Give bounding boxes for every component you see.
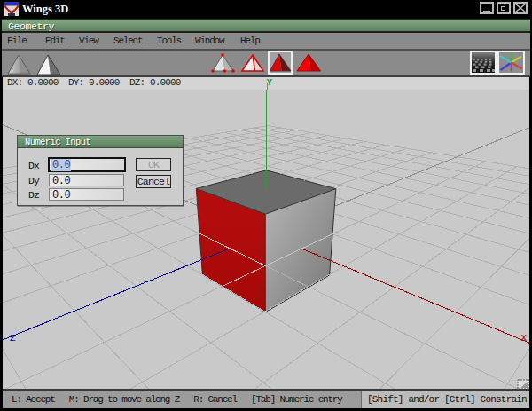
svg-text:Z: Z [10, 333, 16, 344]
svg-text:X: X [520, 333, 527, 344]
